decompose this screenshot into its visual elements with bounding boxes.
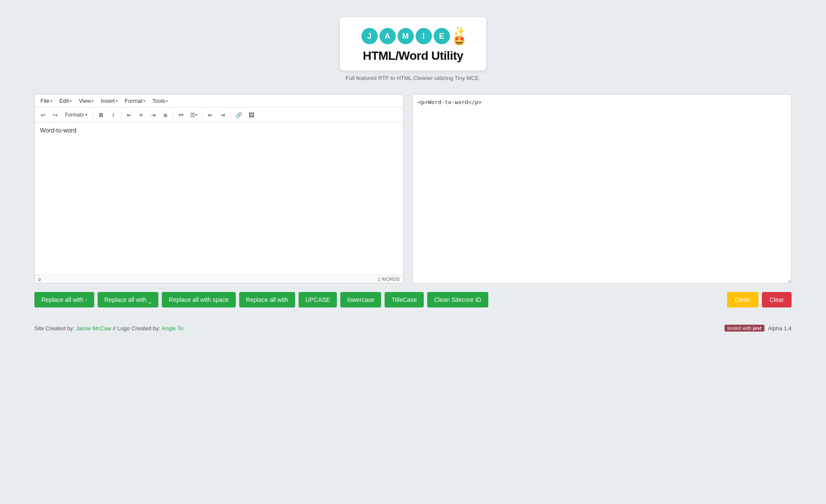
toolbar-sep-1 — [93, 111, 93, 119]
indent-button[interactable]: ⇥ — [217, 109, 228, 120]
formats-arrow-icon: ▾ — [85, 113, 87, 117]
menu-file[interactable]: File ▾ — [37, 96, 55, 105]
menu-tools-arrow: ▾ — [166, 99, 168, 103]
bullet-list-button[interactable]: ≡ ▾ — [176, 109, 187, 120]
app-title: HTML/Word Utility — [363, 49, 463, 63]
editor-content-area[interactable]: Word-to-word — [35, 123, 403, 275]
titlecase-button[interactable]: TitleCase — [385, 292, 424, 307]
editor-statusbar: p 1 WORDS — [35, 275, 403, 283]
word-count: 1 WORDS — [378, 277, 400, 282]
jest-bold: jest — [753, 326, 761, 331]
numbered-list-button[interactable]: ☰ ▾ — [188, 109, 200, 120]
outdent-button[interactable]: ⇤ — [205, 109, 216, 120]
jest-badge: tested with jest — [724, 325, 764, 332]
footer-author-link[interactable]: Jamie McCaw — [76, 325, 111, 332]
numbered-list-icon: ☰ — [190, 112, 195, 118]
menu-file-arrow: ▾ — [50, 99, 52, 103]
footer-separator: // Logo Created by: — [113, 325, 161, 332]
link-button[interactable]: 🔗 — [233, 109, 245, 120]
editor-toolbar: ↩ ↪ Formats ▾ B I ⇤ ≡ ⇥ ≣ ≡ ▾ ☰ ▾ — [35, 108, 403, 123]
logo-letter-e: E — [434, 28, 450, 44]
clean-button[interactable]: Clean — [727, 292, 758, 307]
menu-edit-arrow: ▾ — [70, 99, 72, 103]
formats-dropdown[interactable]: Formats ▾ — [62, 111, 91, 119]
image-button[interactable]: 🖼 — [246, 109, 257, 120]
logo-letters: J A M I E ✨ 🤩 — [361, 27, 465, 46]
menu-insert[interactable]: Insert ▾ — [98, 96, 121, 105]
bottom-buttons: Replace all with - Replace all with _ Re… — [0, 292, 826, 307]
main-content: File ▾ Edit ▾ View ▾ Insert ▾ Format ▾ T… — [0, 94, 826, 283]
logo-card: J A M I E ✨ 🤩 HTML/Word Utility — [340, 17, 486, 71]
menu-format[interactable]: Format ▾ — [122, 96, 148, 105]
menu-edit[interactable]: Edit ▾ — [56, 96, 75, 105]
logo-letter-i: I — [416, 28, 432, 44]
logo-letter-j: J — [361, 28, 378, 44]
footer-prefix: Site Created by: — [34, 325, 76, 332]
bold-button[interactable]: B — [96, 109, 107, 120]
bullet-list-icon: ≡ — [179, 112, 182, 118]
undo-button[interactable]: ↩ — [37, 109, 49, 120]
editor-paragraph: Word-to-word — [40, 127, 398, 134]
menu-insert-arrow: ▾ — [116, 99, 118, 103]
footer-credit: Site Created by: Jamie McCaw // Logo Cre… — [34, 325, 183, 332]
redo-button[interactable]: ↪ — [49, 109, 61, 120]
bullet-list-arrow: ▾ — [182, 113, 184, 117]
logo-letter-a: A — [379, 28, 396, 44]
upcase-button[interactable]: UPCASE — [299, 292, 337, 307]
menu-tools[interactable]: Tools ▾ — [149, 96, 171, 105]
toolbar-sep-5 — [230, 111, 231, 119]
footer: Site Created by: Jamie McCaw // Logo Cre… — [0, 320, 826, 336]
toolbar-sep-2 — [121, 111, 121, 119]
footer-logo-creator-link[interactable]: Angle To — [162, 325, 183, 332]
header: J A M I E ✨ 🤩 HTML/Word Utility Full fea… — [0, 0, 826, 94]
version-label: Alpha 1.4 — [768, 325, 792, 332]
html-output-text: <p>Word-to-word</p> — [418, 99, 482, 105]
tagline: Full featured RTF to HTML Cleaner utiliz… — [345, 75, 481, 81]
clear-button[interactable]: Clear — [762, 292, 792, 307]
replace-space-button[interactable]: Replace all with space — [162, 292, 235, 307]
lowercase-button[interactable]: lowercase — [340, 292, 381, 307]
statusbar-element: p — [38, 277, 41, 282]
toolbar-sep-3 — [173, 111, 173, 119]
replace-underscore-button[interactable]: Replace all with _ — [98, 292, 159, 307]
logo-emoji: ✨ 🤩 — [453, 27, 465, 46]
replace-dash-button[interactable]: Replace all with - — [34, 292, 94, 307]
menu-view[interactable]: View ▾ — [76, 96, 97, 105]
align-justify-button[interactable]: ≣ — [160, 109, 171, 120]
toolbar-sep-4 — [202, 111, 203, 119]
logo-letter-m: M — [398, 28, 414, 44]
editor-menubar: File ▾ Edit ▾ View ▾ Insert ▾ Format ▾ T… — [35, 95, 403, 108]
align-center-button[interactable]: ≡ — [136, 109, 147, 120]
clean-sitecore-button[interactable]: Clean Sitecore ID — [427, 292, 488, 307]
editor-panel: File ▾ Edit ▾ View ▾ Insert ▾ Format ▾ T… — [34, 94, 404, 283]
numbered-list-arrow: ▾ — [195, 113, 197, 117]
menu-view-arrow: ▾ — [92, 99, 94, 103]
italic-button[interactable]: I — [108, 109, 119, 120]
align-left-button[interactable]: ⇤ — [123, 109, 135, 120]
footer-right: tested with jest Alpha 1.4 — [724, 325, 792, 332]
align-right-button[interactable]: ⇥ — [148, 109, 159, 120]
replace-empty-button[interactable]: Replace all with — [239, 292, 295, 307]
menu-format-arrow: ▾ — [143, 99, 145, 103]
html-output-panel[interactable]: <p>Word-to-word</p> — [412, 94, 792, 283]
